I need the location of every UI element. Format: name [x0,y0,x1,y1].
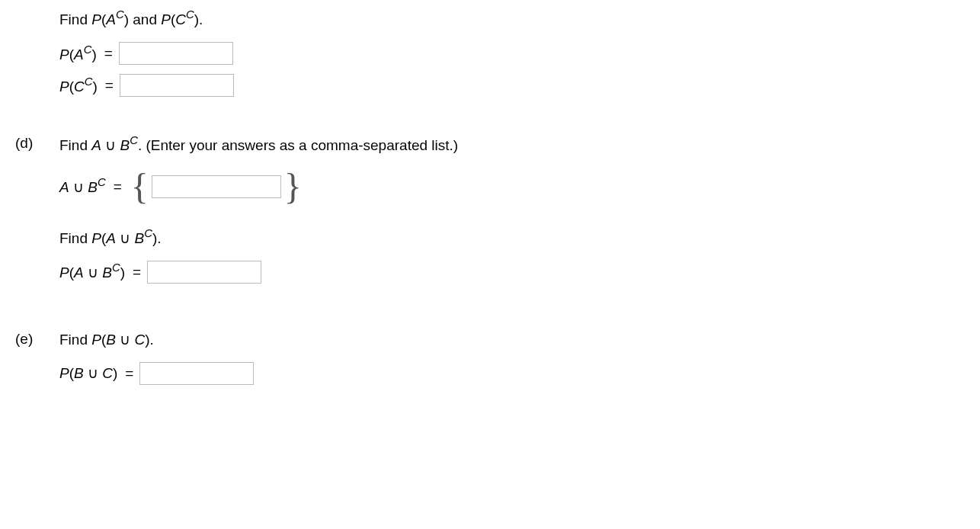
input-p-c-complement[interactable] [120,74,234,97]
row-a-union-bc-set: A ∪ BC = { } [59,168,458,205]
union-symbol: ∪ [101,138,120,154]
input-a-union-bc-set[interactable] [152,175,281,198]
text-C: C [74,79,85,95]
union-symbol: ∪ [84,365,103,381]
union-symbol: ∪ [69,179,88,195]
part-e: (e) Find P(B ∪ C). P(B ∪ C) = [15,331,965,394]
input-p-b-union-c[interactable] [139,362,254,385]
text-P: P [59,265,69,281]
period: . [150,332,154,348]
text-C: C [135,332,146,348]
text-A: A [59,179,69,195]
text-P: P [91,332,101,348]
text-find: Find [59,230,91,246]
sup-C: C [85,75,93,88]
equals-sign: = [105,77,114,94]
text-find: Find [59,332,91,348]
label-p-c-c: P(CC) [59,76,98,95]
input-p-a-union-bc[interactable] [147,261,261,284]
text-P: P [91,11,101,27]
text-P: P [59,79,69,95]
paren-close: ) [92,79,97,95]
text-C: C [102,365,113,381]
text-B: B [106,332,116,348]
equals-sign: = [133,264,141,281]
sup-C: C [130,134,138,146]
sup-C: C [84,43,92,56]
brace-open: { [128,168,152,205]
text-B: B [135,230,145,246]
union-symbol: ∪ [116,230,135,246]
row-p-b-union-c: P(B ∪ C) = [59,362,254,385]
sup-C: C [112,261,120,274]
prompt-text: Find P(AC) and P(CC). [59,9,203,28]
equals-sign: = [125,365,133,382]
text-P2: P [161,11,171,27]
text-find: Find [59,11,91,27]
text-P: P [59,365,69,381]
label-p-a-c: P(AC) [59,44,97,63]
input-p-a-complement[interactable] [119,42,233,65]
text-B: B [74,365,84,381]
prompt-e: Find P(B ∪ C). [59,331,254,348]
equals-sign: = [114,178,122,195]
sup-C: C [144,227,152,239]
text-P: P [91,230,101,246]
period: . [199,11,203,27]
part-d-label: (d) [15,135,59,152]
part-e-label: (e) [15,331,59,348]
text-B: B [120,138,130,154]
prompt-p-a-union-bc: Find P(A ∪ BC). [59,228,458,247]
period: . [138,138,142,154]
prompt-text: Find P(A ∪ BC). [59,228,162,247]
prompt-complement: Find P(AC) and P(CC). [59,9,965,28]
paren-close: ) [91,46,96,63]
union-symbol: ∪ [116,332,135,348]
sup-C: C [98,176,106,188]
text-and: and [133,11,161,27]
sup-C2: C [186,8,194,21]
label-p-a-union-bc: P(A ∪ BC) [59,262,125,281]
brace-close: } [281,168,305,205]
prompt-d: Find A ∪ BC. (Enter your answers as a co… [59,135,458,154]
row-p-a-union-bc: P(A ∪ BC) = [59,261,458,284]
paren-close: ) [120,265,125,281]
text-A: A [106,230,116,246]
row-p-c-complement: P(CC) = [59,74,965,97]
row-p-a-complement: P(AC) = [59,42,965,65]
text-B: B [88,179,98,195]
text-C: C [175,11,186,27]
section-complement: Find P(AC) and P(CC). P(AC) = P(CC) = [59,9,965,97]
part-d: (d) Find A ∪ BC. (Enter your answers as … [15,135,965,293]
paren-close: ) [113,365,117,381]
label-a-union-bc: A ∪ BC [59,177,106,196]
sup-C: C [116,8,124,21]
union-symbol: ∪ [84,265,103,281]
equals-sign: = [104,45,113,62]
text-A: A [91,138,101,154]
text-A: A [106,11,116,27]
text-B: B [102,265,112,281]
hint-text: (Enter your answers as a comma-separated… [146,138,458,154]
text-A: A [74,265,84,281]
prompt-e-text: Find P(B ∪ C). [59,331,154,348]
text-find: Find [59,138,91,154]
label-p-b-union-c: P(B ∪ C) [59,364,117,382]
prompt-d-text: Find A ∪ BC. (Enter your answers as a co… [59,135,458,154]
text-A: A [74,46,84,63]
period: . [157,230,161,246]
paren-close: ) [124,11,129,27]
text-P: P [59,46,69,63]
